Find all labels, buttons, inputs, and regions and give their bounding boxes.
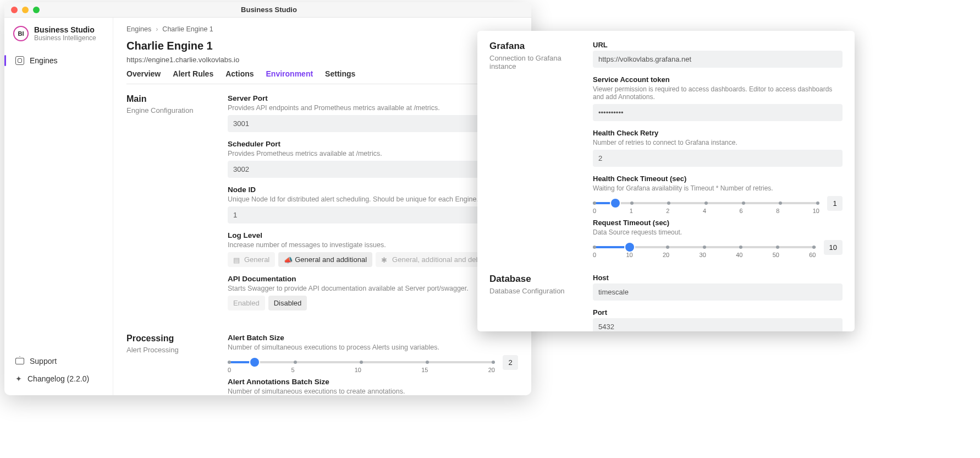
tick-label: 0 — [593, 208, 596, 214]
brand-subtitle: Business Intelligence — [34, 34, 96, 42]
node-id-input[interactable]: 1 — [228, 206, 518, 223]
section-title: Database — [489, 274, 582, 285]
tick-label: 1 — [630, 208, 633, 214]
tab-settings[interactable]: Settings — [325, 69, 355, 84]
field-health-timeout: Health Check Timeout (sec) Waiting for G… — [593, 175, 843, 211]
content-area: Engines › Charlie Engine 1 Charlie Engin… — [113, 18, 531, 395]
brand: BI Business Studio Business Intelligence — [10, 25, 107, 42]
field-alert-annotations: Alert Annotations Batch Size Number of s… — [228, 378, 518, 395]
megaphone-icon: 📣 — [284, 256, 291, 264]
sidebar-item-label: Support — [30, 357, 57, 366]
traffic-lights — [4, 7, 40, 13]
tick-label: 40 — [736, 252, 742, 258]
health-timeout-slider[interactable]: 0 1 2 4 6 8 10 — [593, 195, 819, 211]
tick-label: 30 — [700, 252, 706, 258]
sidebar-item-label: Engines — [30, 56, 58, 65]
section-main: Main Engine Configuration Server Port Pr… — [126, 94, 518, 318]
tab-overview[interactable]: Overview — [126, 69, 161, 84]
section-title: Main — [126, 94, 214, 104]
sparkle-icon: ✦ — [15, 374, 22, 383]
tab-environment[interactable]: Environment — [266, 69, 313, 84]
section-subtitle: Alert Processing — [126, 346, 214, 354]
window-title: Business Studio — [40, 6, 498, 14]
tick-label: 8 — [776, 208, 779, 214]
log-level-general-additional[interactable]: 📣 General and additional — [278, 252, 372, 267]
section-database: Database Database Configuration Host tim… — [489, 274, 843, 331]
health-timeout-value[interactable]: 1 — [827, 196, 843, 211]
service-token-input[interactable]: •••••••••• — [593, 104, 843, 121]
field-request-timeout: Request Timeout (sec) Data Source reques… — [593, 219, 843, 255]
field-label: Alert Annotations Batch Size — [228, 378, 518, 386]
server-port-input[interactable]: 3001 — [228, 115, 518, 132]
api-doc-enabled[interactable]: Enabled — [228, 296, 265, 310]
alert-batch-value[interactable]: 2 — [503, 355, 518, 370]
tick-label: 0 — [593, 252, 596, 258]
field-label: Port — [593, 308, 843, 317]
bug-icon: ✱ — [381, 256, 389, 264]
tabs: Overview Alert Rules Actions Environment… — [126, 69, 518, 84]
field-service-token: Service Account token Viewer permission … — [593, 75, 843, 121]
tick-label: 10 — [813, 208, 819, 214]
field-label: Server Port — [228, 94, 518, 102]
minimize-window-icon[interactable] — [22, 7, 29, 13]
sidebar: BI Business Studio Business Intelligence… — [4, 18, 113, 395]
log-level-general[interactable]: ▤ General — [228, 252, 275, 267]
sidebar-item-label: Changelog (2.2.0) — [27, 374, 89, 383]
tick-label: 50 — [773, 252, 779, 258]
maximize-window-icon[interactable] — [33, 7, 40, 13]
tick-label: 6 — [740, 208, 743, 214]
field-label: Scheduler Port — [228, 140, 518, 148]
field-health-retry: Health Check Retry Number of retries to … — [593, 129, 843, 167]
brand-logo-icon: BI — [13, 26, 29, 41]
section-title: Processing — [126, 334, 214, 344]
db-port-input[interactable]: 5432 — [593, 318, 843, 331]
breadcrumb-current: Charlie Engine 1 — [162, 25, 213, 33]
tick-label: 4 — [703, 208, 706, 214]
field-label: Log Level — [228, 231, 518, 239]
log-level-segments: ▤ General 📣 General and additional ✱ Gen… — [228, 252, 518, 267]
close-window-icon[interactable] — [11, 7, 18, 13]
scheduler-port-input[interactable]: 3002 — [228, 161, 518, 178]
grafana-url-input[interactable]: https://volkovlabs.grafana.net — [593, 51, 843, 68]
section-title: Grafana — [489, 41, 582, 52]
request-timeout-value[interactable]: 10 — [824, 240, 843, 255]
tick-label: 10 — [626, 252, 632, 258]
page-url: https://engine1.charlie.volkovlabs.io — [126, 56, 518, 64]
tick-label: 5 — [291, 367, 294, 373]
sidebar-item-support[interactable]: Support — [10, 352, 107, 370]
api-doc-disabled[interactable]: Disabled — [268, 296, 307, 310]
db-host-input[interactable]: timescale — [593, 283, 843, 301]
alert-batch-slider[interactable]: 0 5 10 15 20 — [228, 355, 495, 370]
field-desc: Provides Prometheus metrics available at… — [228, 150, 518, 157]
tick-label: 15 — [421, 367, 428, 373]
field-desc: Data Source requests timeout. — [593, 228, 843, 236]
seg-label: General and additional — [295, 255, 367, 264]
sidebar-item-engines[interactable]: Engines — [10, 52, 107, 69]
field-label: URL — [593, 41, 843, 49]
section-subtitle: Engine Configuration — [126, 106, 214, 115]
field-label: Node ID — [228, 186, 518, 194]
tick-label: 20 — [488, 367, 495, 373]
tab-alert-rules[interactable]: Alert Rules — [173, 69, 213, 84]
engines-icon — [15, 56, 24, 65]
field-alert-batch: Alert Batch Size Number of simultaneous … — [228, 334, 518, 370]
field-desc: Number of simultaneous executions to cre… — [228, 388, 518, 395]
field-label: Health Check Retry — [593, 129, 843, 137]
field-desc: Provides API endpoints and Prometheus me… — [228, 104, 518, 112]
tick-label: 0 — [228, 367, 231, 373]
main-window: Business Studio BI Business Studio Busin… — [4, 2, 531, 395]
field-desc: Starts Swagger to provide API documentat… — [228, 285, 518, 292]
health-retry-input[interactable]: 2 — [593, 150, 843, 167]
right-panel-window: Grafana Connection to Grafana instance U… — [477, 31, 855, 331]
sidebar-item-changelog[interactable]: ✦ Changelog (2.2.0) — [10, 370, 107, 388]
breadcrumb-root[interactable]: Engines — [126, 25, 151, 33]
tick-label: 60 — [809, 252, 816, 258]
request-timeout-slider[interactable]: 0 10 20 30 40 50 60 — [593, 239, 816, 255]
tab-actions[interactable]: Actions — [225, 69, 254, 84]
field-desc: Number of simultaneous executions to pro… — [228, 344, 518, 351]
field-label: Health Check Timeout (sec) — [593, 175, 843, 183]
seg-label: General — [244, 255, 269, 264]
field-node-id: Node ID Unique Node Id for distributed a… — [228, 186, 518, 223]
field-desc: Increase number of messages to investiga… — [228, 241, 518, 249]
field-label: Host — [593, 274, 843, 282]
